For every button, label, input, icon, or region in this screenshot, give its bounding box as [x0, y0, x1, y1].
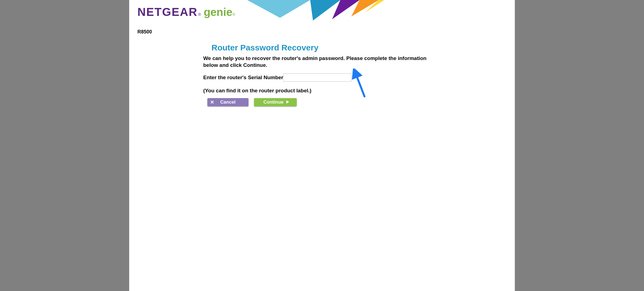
continue-button[interactable]: Continue: [254, 98, 297, 106]
router-admin-page: NETGEAR® genie® R8500 Router Password Re…: [129, 0, 515, 291]
svg-marker-5: [286, 100, 289, 104]
brand-sub: genie: [204, 6, 232, 18]
continue-button-label: Continue: [263, 99, 284, 105]
button-row: ✕ Cancel Continue: [207, 98, 445, 106]
header: NETGEAR® genie®: [129, 0, 515, 27]
svg-marker-1: [310, 0, 340, 21]
serial-row: Enter the router's Serial Number: [203, 73, 445, 82]
cancel-button[interactable]: ✕ Cancel: [207, 98, 248, 106]
play-icon: [286, 99, 289, 105]
content-area: Router Password Recovery We can help you…: [129, 35, 445, 106]
svg-marker-0: [247, 0, 310, 18]
cancel-button-label: Cancel: [220, 99, 236, 105]
page-title: Router Password Recovery: [211, 43, 445, 52]
serial-label: Enter the router's Serial Number: [203, 75, 283, 81]
page-description: We can help you to recover the router's …: [203, 55, 436, 69]
decorative-triangles: [247, 0, 384, 21]
brand-name: NETGEAR: [137, 5, 197, 19]
model-number: R8500: [137, 29, 515, 35]
registered-mark: ®: [198, 12, 201, 17]
brand-dot: ®: [232, 12, 235, 17]
serial-number-input[interactable]: [283, 73, 351, 82]
close-icon: ✕: [210, 99, 214, 105]
serial-hint: (You can find it on the router product l…: [203, 88, 445, 94]
